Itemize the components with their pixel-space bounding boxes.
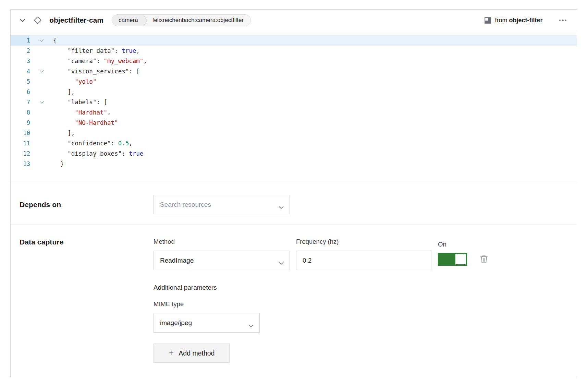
code-line-7: 7 "labels": [ <box>11 97 577 107</box>
data-capture-title: Data capture <box>20 238 63 246</box>
data-capture-section: Data capture Method ReadImage Frequency … <box>11 225 577 363</box>
code-line-4: 4 "vision_services": [ <box>11 66 577 76</box>
fold-spacer <box>30 159 53 169</box>
fold-spacer <box>30 46 53 56</box>
fold-chevron-icon[interactable] <box>30 35 53 46</box>
line-number: 6 <box>11 87 30 97</box>
code-text[interactable]: "NO-Hardhat" <box>53 118 577 128</box>
ellipsis-menu-icon[interactable] <box>559 17 567 23</box>
json-config-editor[interactable]: 1{2 "filter_data": true,3 "camera": "my_… <box>11 31 577 183</box>
line-number: 3 <box>11 56 30 66</box>
on-label: On <box>438 241 488 248</box>
line-number: 7 <box>11 97 30 107</box>
line-number: 2 <box>11 46 30 56</box>
badge-separator-chevron-icon <box>144 15 148 26</box>
mime-type-label: MIME type <box>154 300 488 308</box>
line-number: 5 <box>11 76 30 87</box>
plus-icon: + <box>169 348 174 358</box>
resource-type-badge: camera felixreichenbach:camera:objectfil… <box>112 14 251 26</box>
fold-spacer <box>30 56 53 66</box>
search-resources-input[interactable] <box>160 201 283 208</box>
fold-spacer <box>30 107 53 118</box>
line-number: 8 <box>11 107 30 118</box>
code-line-9: 9 "NO-Hardhat" <box>11 118 577 128</box>
line-number: 13 <box>11 159 30 169</box>
code-text[interactable]: "display_boxes": true <box>53 148 577 159</box>
add-method-button[interactable]: + Add method <box>154 344 230 363</box>
depends-on-section: Depends on <box>11 183 577 225</box>
code-line-2: 2 "filter_data": true, <box>11 46 577 56</box>
fold-chevron-icon[interactable] <box>30 66 53 76</box>
line-number: 4 <box>11 66 30 76</box>
code-line-11: 11 "confidence": 0.5, <box>11 138 577 148</box>
fold-spacer <box>30 138 53 148</box>
from-module-label: from object-filter <box>495 17 542 24</box>
depends-on-search-dropdown[interactable] <box>154 195 290 214</box>
badge-model-segment: felixreichenbach:camera:objectfilter <box>148 15 250 26</box>
code-text[interactable]: "labels": [ <box>53 97 577 107</box>
fold-spacer <box>30 148 53 159</box>
code-text[interactable]: "confidence": 0.5, <box>53 138 577 148</box>
fold-spacer <box>30 87 53 97</box>
code-line-1: 1{ <box>11 35 577 46</box>
code-line-8: 8 "Hardhat", <box>11 107 577 118</box>
frequency-input[interactable] <box>303 257 425 264</box>
resource-card: objectfilter-cam camera felixreichenbach… <box>10 9 577 377</box>
additional-parameters-label: Additional parameters <box>154 284 488 291</box>
method-value: ReadImage <box>160 257 194 264</box>
chevron-down-icon <box>279 259 284 267</box>
chevron-down-icon <box>248 322 254 329</box>
code-line-10: 10 ], <box>11 128 577 138</box>
toggle-knob <box>455 254 466 264</box>
module-name: object-filter <box>509 17 542 24</box>
method-dropdown[interactable]: ReadImage <box>154 251 290 270</box>
resource-title: objectfilter-cam <box>49 16 103 24</box>
code-text[interactable]: "camera": "my_webcam", <box>53 56 577 66</box>
line-number: 9 <box>11 118 30 128</box>
mime-type-dropdown[interactable]: image/jpeg <box>154 313 260 333</box>
trash-icon[interactable] <box>480 255 488 264</box>
code-text[interactable]: ], <box>53 128 577 138</box>
add-method-label: Add method <box>179 349 215 357</box>
code-line-6: 6 ], <box>11 87 577 97</box>
fold-chevron-icon[interactable] <box>30 97 53 107</box>
resource-diamond-icon <box>34 16 42 24</box>
fold-spacer <box>30 118 53 128</box>
code-line-3: 3 "camera": "my_webcam", <box>11 56 577 66</box>
module-icon <box>485 17 491 24</box>
code-text[interactable]: } <box>53 159 577 169</box>
code-text[interactable]: { <box>53 35 577 46</box>
method-label: Method <box>154 238 290 245</box>
code-text[interactable]: "yolo" <box>53 76 577 87</box>
frequency-label: Frequency (hz) <box>296 238 431 245</box>
badge-type-segment: camera <box>112 15 144 26</box>
resource-card-header: objectfilter-cam camera felixreichenbach… <box>11 10 577 31</box>
mime-type-value: image/jpeg <box>160 319 192 327</box>
line-number: 11 <box>11 138 30 148</box>
code-line-5: 5 "yolo" <box>11 76 577 87</box>
code-text[interactable]: "Hardhat", <box>53 107 577 118</box>
frequency-field[interactable] <box>296 251 431 270</box>
line-number: 12 <box>11 148 30 159</box>
chevron-down-icon <box>279 203 284 211</box>
line-number: 1 <box>11 35 30 46</box>
code-text[interactable]: "vision_services": [ <box>53 66 577 76</box>
data-capture-on-toggle[interactable] <box>438 253 467 266</box>
code-line-13: 13 } <box>11 159 577 169</box>
code-line-12: 12 "display_boxes": true <box>11 148 577 159</box>
code-text[interactable]: "filter_data": true, <box>53 46 577 56</box>
fold-spacer <box>30 128 53 138</box>
line-number: 10 <box>11 128 30 138</box>
collapse-chevron-icon[interactable] <box>20 19 25 22</box>
code-text[interactable]: ], <box>53 87 577 97</box>
fold-spacer <box>30 76 53 87</box>
depends-on-title: Depends on <box>20 201 61 208</box>
